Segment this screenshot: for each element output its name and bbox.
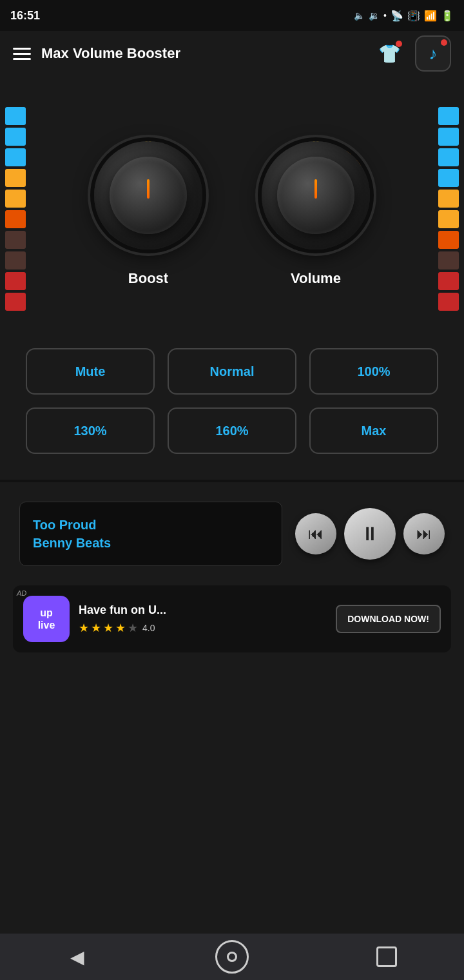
max-button[interactable]: Max [309,407,438,454]
vibrate-icon: 🔉 [369,10,380,21]
battery-icon: 🔋 [441,10,454,22]
vu-meter-left [0,102,31,316]
vu-bar [438,231,459,249]
mute-button[interactable]: Mute [26,348,155,395]
ad-stars: ★ ★ ★ ★ ★ 4.0 [79,621,327,635]
vu-bar [5,231,26,249]
main-content: Boost [0,76,464,672]
vu-meter-right [433,102,464,316]
buttons-section: Mute Normal 100% 130% 160% Max [0,329,464,473]
star-3: ★ [103,621,113,635]
app-title: Max Volume Booster [41,45,363,62]
vu-bar [5,293,26,311]
vu-bar [438,169,459,187]
ad-title: Have fun on U... [79,603,327,617]
ad-info: Have fun on U... ★ ★ ★ ★ ★ 4.0 [79,603,327,635]
volume-label: Volume [291,270,341,287]
music-note-icon: ♪ [429,44,438,64]
volume-knob[interactable] [251,131,380,260]
160-percent-button[interactable]: 160% [168,407,296,454]
volume-knob-inner [277,157,354,234]
home-circle-icon [215,940,249,974]
nav-recents-button[interactable] [367,937,406,976]
vu-bar [5,272,26,290]
status-bar: 16:51 🔈 🔉 • 📡 📳 📶 🔋 [0,0,464,31]
vu-bar [438,293,459,311]
buttons-row-2: 130% 160% Max [26,407,438,454]
vu-bar [438,272,459,290]
vu-bar [438,210,459,228]
ad-label: AD [17,589,26,597]
100-percent-button[interactable]: 100% [309,348,438,395]
menu-button[interactable] [13,48,31,60]
home-inner-icon [227,952,237,962]
normal-button[interactable]: Normal [168,348,296,395]
volume-knob-indicator [314,179,317,199]
volume-knob-body[interactable] [262,141,370,250]
boost-knob[interactable] [84,131,213,260]
vu-bar [5,169,26,187]
shirt-notification-dot [396,41,402,47]
boost-knob-inner [110,157,187,234]
shirt-button[interactable]: 👕 [374,38,405,69]
vu-bar [438,190,459,208]
130-percent-button[interactable]: 130% [26,407,155,454]
boost-knob-indicator [147,179,150,199]
star-4: ★ [115,621,126,635]
ad-app-icon: uplive [23,596,70,642]
music-button[interactable]: ♪ [415,35,451,72]
star-2: ★ [91,621,101,635]
now-playing-info: Too Proud Benny Beats [19,502,282,566]
pause-button[interactable]: ⏸ [344,508,396,560]
cast-icon: 📡 [391,10,403,22]
volume-icon: 🔈 [354,10,365,21]
nav-back-button[interactable]: ◀ [58,937,97,976]
vu-bar [438,107,459,125]
next-button[interactable]: ⏭ [403,513,445,554]
status-time: 16:51 [10,9,40,23]
player-controls: ⏮ ⏸ ⏭ [295,508,445,560]
nav-home-button[interactable] [213,937,251,976]
ad-download-button[interactable]: DOWNLOAD NOW! [336,605,441,633]
divider [0,480,464,482]
boost-knob-body[interactable] [94,141,202,250]
vu-bar [438,251,459,270]
buttons-row-1: Mute Normal 100% [26,348,438,395]
track-artist: Benny Beats [33,534,269,552]
previous-icon: ⏮ [308,525,324,543]
vu-bar [5,251,26,270]
ad-rating: 4.0 [142,623,155,633]
back-icon: ◀ [70,946,84,968]
app-header: Max Volume Booster 👕 ♪ [0,31,464,76]
vu-bar [5,210,26,228]
knobs-section: Boost [0,89,464,329]
music-notification-dot [441,39,447,46]
ad-banner: AD uplive Have fun on U... ★ ★ ★ ★ ★ 4.0… [13,585,451,652]
track-title: Too Proud [33,516,269,534]
pause-icon: ⏸ [360,523,380,545]
vibrate2-icon: 📳 [407,10,420,22]
previous-button[interactable]: ⏮ [295,513,336,554]
now-playing-section: Too Proud Benny Beats ⏮ ⏸ ⏭ [0,489,464,579]
vu-bar [438,128,459,146]
vu-bar [5,107,26,125]
recents-icon [376,946,397,967]
star-5: ★ [128,621,138,635]
wifi-icon: 📶 [424,10,437,22]
vu-bar [5,148,26,166]
ad-icon-text: uplive [38,607,55,631]
volume-knob-container: Volume [251,131,380,287]
vu-bar [438,148,459,166]
vu-bar [5,128,26,146]
nav-bar: ◀ [0,934,464,980]
star-1: ★ [79,621,89,635]
dot-icon: • [383,10,387,21]
boost-knob-container: Boost [84,131,213,287]
boost-label: Boost [128,270,168,287]
vu-bar [5,190,26,208]
status-icons: 🔈 🔉 • 📡 📳 📶 🔋 [354,10,454,22]
knobs-area: Boost [31,131,433,287]
next-icon: ⏭ [416,525,432,543]
